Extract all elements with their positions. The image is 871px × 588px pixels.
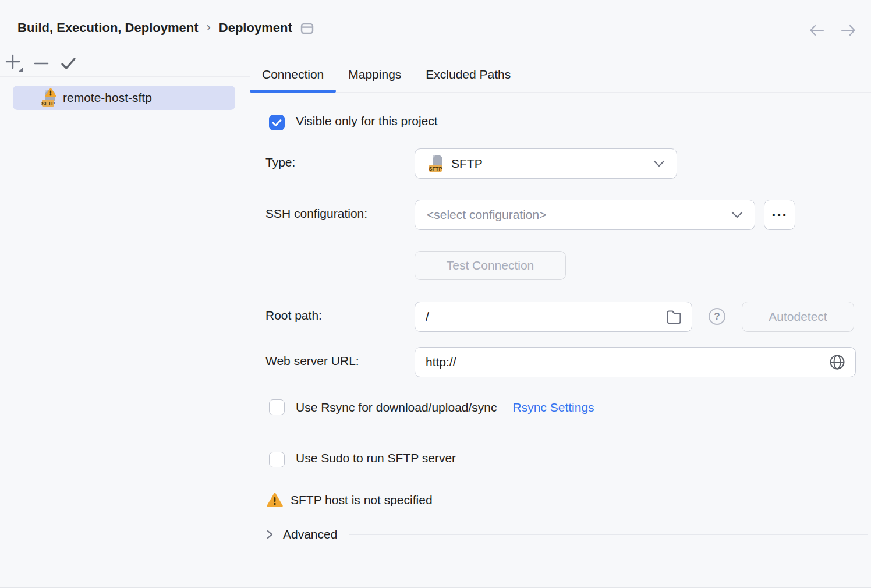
back-arrow-icon[interactable] <box>808 22 826 38</box>
chevron-down-icon <box>731 211 743 218</box>
root-path-help-icon[interactable]: ? <box>709 308 725 325</box>
svg-text:SFTP: SFTP <box>41 101 55 107</box>
forward-arrow-icon[interactable] <box>840 22 857 38</box>
type-value: SFTP <box>451 157 483 171</box>
server-name: remote-host-sftp <box>63 91 152 105</box>
breadcrumb: Build, Execution, Deployment › Deploymen… <box>17 17 314 38</box>
server-list-item-remote-host-sftp[interactable]: SFTP remote-host-sftp <box>13 86 235 110</box>
warning-message: SFTP host is not specified <box>291 493 433 507</box>
warning-triangle-icon <box>267 493 283 508</box>
web-server-url-input[interactable] <box>415 347 856 377</box>
web-server-url-label: Web server URL: <box>265 354 359 368</box>
settings-dialog: Build, Execution, Deployment › Deploymen… <box>0 0 871 588</box>
use-sudo-checkbox[interactable] <box>269 452 285 467</box>
visible-only-checkbox[interactable] <box>269 115 285 130</box>
ssh-browse-button[interactable]: ... <box>764 200 795 230</box>
root-path-input[interactable] <box>415 302 692 332</box>
panel-divider <box>250 50 250 587</box>
toolbar-separator <box>0 76 250 77</box>
sftp-type-icon: SFTP <box>427 154 444 173</box>
deployment-tabs: Connection Mappings Excluded Paths <box>250 56 871 93</box>
open-in-browser-globe-icon[interactable] <box>829 354 845 370</box>
svg-text:SFTP: SFTP <box>429 166 442 172</box>
root-path-label: Root path: <box>265 309 322 323</box>
server-list-toolbar <box>5 54 78 73</box>
history-nav <box>808 22 857 38</box>
folder-browse-icon[interactable] <box>666 310 682 324</box>
advanced-label: Advanced <box>283 527 337 541</box>
rsync-settings-link[interactable]: Rsync Settings <box>513 401 594 415</box>
use-sudo-label[interactable]: Use Sudo to run SFTP server <box>296 451 456 465</box>
advanced-expander[interactable]: Advanced <box>265 527 868 541</box>
visible-only-label[interactable]: Visible only for this project <box>296 114 438 128</box>
ssh-configuration-label: SSH configuration: <box>265 207 367 221</box>
type-select[interactable]: SFTP SFTP <box>415 148 677 179</box>
use-rsync-label[interactable]: Use Rsync for download/upload/sync <box>296 401 497 415</box>
use-rsync-checkbox[interactable] <box>269 399 285 415</box>
remove-server-button[interactable] <box>31 54 51 73</box>
sftp-server-warning-icon: SFTP <box>38 88 57 108</box>
type-label: Type: <box>265 155 295 169</box>
validation-warning: SFTP host is not specified <box>267 493 433 508</box>
add-server-button[interactable] <box>5 54 24 73</box>
breadcrumb-current: Deployment <box>219 20 292 36</box>
advanced-divider <box>349 534 868 535</box>
tab-excluded-paths[interactable]: Excluded Paths <box>413 56 523 92</box>
rsync-row: Use Rsync for download/upload/sync Rsync… <box>296 399 594 416</box>
ssh-configuration-select[interactable]: <select configuration> <box>415 200 755 230</box>
autodetect-button[interactable]: Autodetect <box>742 302 854 332</box>
tab-mappings[interactable]: Mappings <box>336 56 413 92</box>
project-settings-indicator-icon <box>300 23 314 34</box>
test-connection-button[interactable]: Test Connection <box>415 251 566 280</box>
breadcrumb-parent[interactable]: Build, Execution, Deployment <box>17 20 198 36</box>
chevron-down-icon <box>653 160 665 167</box>
use-as-default-check-button[interactable] <box>58 54 78 73</box>
tab-connection[interactable]: Connection <box>250 56 336 92</box>
chevron-right-icon <box>265 529 274 540</box>
breadcrumb-separator-icon: › <box>206 20 210 35</box>
ssh-configuration-placeholder: <select configuration> <box>427 208 546 222</box>
